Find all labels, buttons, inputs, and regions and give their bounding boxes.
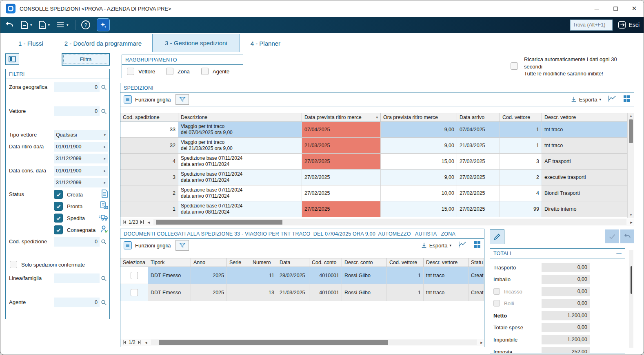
chart-icon[interactable] (608, 95, 617, 104)
col-serie[interactable]: Serie (227, 258, 250, 267)
agente-field[interactable]: 0 (54, 298, 108, 307)
document-new-icon[interactable]: ▾ (38, 19, 50, 31)
first-page-icon[interactable] (122, 340, 127, 344)
table-row[interactable]: 1 Spedizione base 07/11/2024data arrivo … (120, 201, 627, 217)
col-ora-prevista[interactable]: Ora prevista ritiro merce (381, 113, 457, 122)
first-page-icon[interactable] (122, 220, 127, 224)
group-vettore-checkbox[interactable] (127, 68, 134, 75)
status-creata-checkbox[interactable] (54, 190, 63, 199)
search-icon[interactable] (100, 108, 108, 115)
collapse-sidebar-button[interactable] (5, 53, 19, 65)
last-page-icon[interactable] (137, 340, 142, 344)
cod-spedizione-field[interactable]: 0 (54, 237, 108, 247)
grid-functions-icon[interactable] (124, 95, 132, 104)
zona-geografica-field[interactable]: 0 (54, 82, 108, 92)
find-input[interactable] (570, 20, 613, 31)
search-icon[interactable] (100, 276, 108, 282)
col-seleziona[interactable]: Seleziona (120, 258, 148, 267)
status-pronta-checkbox[interactable] (54, 202, 63, 211)
scroll-right-icon[interactable]: ▸ (479, 340, 484, 345)
group-zona-checkbox[interactable] (166, 68, 173, 75)
col-descr-vettore[interactable]: Descr. vettore (424, 258, 469, 267)
col-tipork[interactable]: Tipork (148, 258, 191, 267)
hscrollbar[interactable] (153, 219, 626, 225)
table-row[interactable]: 3 Spedizione base 07/11/2024data arrivo … (120, 170, 627, 185)
vettore-field[interactable]: 0 (54, 106, 108, 116)
tipo-vettore-select[interactable]: Qualsiasi▾ (54, 130, 108, 140)
chart-icon[interactable] (458, 240, 467, 250)
export-button[interactable]: Esporta▾ (571, 96, 601, 103)
linea-famiglia-field[interactable] (54, 273, 108, 283)
status-consegnata-checkbox[interactable] (54, 225, 63, 234)
confirm-button[interactable] (605, 229, 619, 243)
tab-doc-ord[interactable]: 2 - Doc/ord da programmare (54, 35, 152, 52)
exit-button[interactable]: Esci (617, 20, 640, 29)
data-cons-to-field[interactable]: 31/12/2099▸ (54, 178, 108, 187)
grid-view-icon[interactable] (623, 95, 631, 104)
bolli-checkbox[interactable] (493, 300, 500, 306)
right-vscrollbar[interactable] (629, 250, 633, 348)
hscrollbar[interactable] (151, 340, 477, 345)
search-icon[interactable] (100, 84, 108, 90)
tab-planner[interactable]: 4 - Planner (240, 35, 291, 52)
col-status[interactable]: Statu (469, 258, 484, 267)
scroll-left-icon[interactable]: ◂ (146, 220, 151, 225)
scroll-down-icon[interactable]: ▼ (628, 212, 634, 218)
export-button[interactable]: Esporta▾ (421, 242, 451, 249)
group-agente-checkbox[interactable] (201, 68, 209, 75)
data-cons-from-field[interactable]: 01/01/1900▸ (54, 166, 108, 176)
status-spedita-checkbox[interactable] (54, 214, 63, 223)
data-ritiro-from-field[interactable]: 01/01/1900▸ (54, 142, 108, 152)
sort-caret-icon[interactable]: ▾ (376, 115, 378, 119)
table-row[interactable]: DDT Emesso 2025 13 21/03/2025 4010001 Ro… (120, 284, 484, 301)
scroll-up-icon[interactable]: ▲ (628, 113, 634, 119)
filter-funnel-icon[interactable] (175, 94, 189, 105)
edit-pencil-button[interactable] (490, 229, 504, 244)
grid-functions-label[interactable]: Funzioni griglia (135, 97, 171, 103)
menu-icon[interactable]: ▾ (56, 19, 69, 31)
ai-sparkle-icon[interactable] (97, 18, 110, 31)
col-data-arrivo[interactable]: Data arrivo (457, 113, 500, 122)
spedizioni-vscrollbar[interactable]: ▲ ▼ (627, 113, 634, 218)
scroll-left-icon[interactable]: ◂ (144, 340, 149, 345)
col-descr-vettore[interactable]: Descr. vettore (542, 113, 627, 122)
col-cod-vettore[interactable]: Cod. vettore (500, 113, 542, 122)
incasso-checkbox[interactable] (493, 288, 500, 295)
document-remove-icon[interactable]: ▾ (20, 19, 32, 31)
row-select-checkbox[interactable] (131, 272, 138, 279)
table-row[interactable]: 4 Spedizione base 07/11/2024data arrivo … (120, 154, 627, 170)
data-ritiro-to-field[interactable]: 31/12/2099▸ (54, 154, 108, 163)
collapse-icon[interactable]: — (616, 251, 622, 256)
col-numero[interactable]: Numero (250, 258, 277, 267)
col-anno[interactable]: Anno (191, 258, 227, 267)
last-page-icon[interactable] (140, 220, 144, 224)
tab-flussi[interactable]: 1 - Flussi (8, 35, 54, 52)
grid-functions-icon[interactable] (124, 241, 132, 249)
tab-gestione-spedizioni[interactable]: 3 - Gestione spedizioni (152, 34, 240, 52)
scrollbar-thumb[interactable] (629, 119, 633, 143)
search-icon[interactable] (100, 239, 108, 245)
col-descrizione[interactable]: Descrizione (178, 113, 302, 122)
scrollbar-thumb[interactable] (631, 266, 632, 294)
solo-confermate-checkbox[interactable] (10, 261, 17, 268)
col-data[interactable]: Data (277, 258, 309, 267)
maximize-button[interactable] (606, 0, 625, 17)
col-descr-conto[interactable]: Descr. conto (342, 258, 387, 267)
table-row[interactable]: 33 Viaggio per tnt tracodel 07/04/2025 o… (120, 122, 627, 138)
search-icon[interactable] (100, 300, 108, 306)
filtra-button[interactable]: Filtra (62, 53, 110, 66)
col-cod-vettore[interactable]: Cod. vettore (387, 258, 424, 267)
col-cod-spedizione[interactable]: Cod. spedizione (120, 113, 178, 122)
table-row[interactable]: 2 Spedizione base 07/11/2024data arrivo … (120, 185, 627, 201)
col-cod-conto[interactable]: Cod. conto (309, 258, 342, 267)
grid-view-icon[interactable] (473, 241, 481, 250)
grid-functions-label[interactable]: Funzioni griglia (135, 243, 171, 249)
auto-reload-checkbox[interactable] (511, 62, 518, 70)
revert-button[interactable] (620, 229, 634, 243)
table-row[interactable]: DDT Emesso 2025 11 28/02/2025 4010001 Ro… (120, 267, 484, 284)
minimize-button[interactable]: ─ (587, 0, 606, 17)
scroll-right-icon[interactable]: ▸ (629, 220, 634, 225)
close-button[interactable]: ✕ (625, 0, 644, 17)
filter-funnel-icon[interactable] (175, 240, 189, 251)
table-row[interactable]: 32 Viaggio per tnt tracodel 21/03/2025 o… (120, 138, 627, 154)
